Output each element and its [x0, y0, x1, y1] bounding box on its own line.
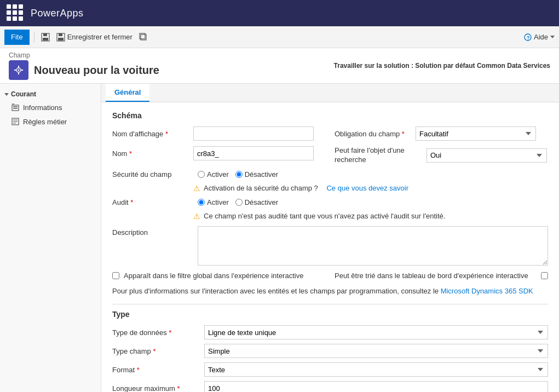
app-title: PowerApps: [31, 8, 84, 19]
sdk-info: Pour plus d'informations sur l'interacti…: [112, 286, 548, 296]
solution-bar: Champ Nouveau pour la voiture Travailler…: [0, 48, 559, 84]
svg-rect-5: [58, 38, 64, 41]
divider-1: [112, 304, 548, 304]
save-icon-btn[interactable]: [39, 32, 52, 43]
audit-warning-icon: ⚠: [193, 212, 200, 221]
filtre-label: Apparaît dans le filtre global dans l'ex…: [124, 271, 303, 281]
row-securite: Sécurité du champ Activer Désactiver: [112, 170, 548, 178]
securite-activer-option[interactable]: Activer: [198, 170, 229, 178]
content-area: Général Schéma Nom d'affichage Obligatio…: [101, 84, 559, 392]
help-icon: ?: [524, 33, 532, 41]
audit-activer-option[interactable]: Activer: [198, 198, 229, 206]
save-close-label: Enregistrer et fermer: [67, 33, 132, 41]
obligation-select[interactable]: Facultatif Obligatoire Recommandé: [416, 126, 536, 141]
nom-input[interactable]: [193, 146, 314, 160]
svg-rect-15: [21, 70, 23, 71]
audit-radio-group: Activer Désactiver: [198, 198, 278, 206]
audit-desactiver-radio[interactable]: [235, 199, 243, 206]
label-type-champ: Type champ: [112, 347, 200, 355]
audit-desactiver-option[interactable]: Désactiver: [235, 198, 278, 206]
label-obligation: Obligation du champ: [335, 130, 411, 138]
type-champ-select[interactable]: Simple Calculé Cumul: [204, 344, 548, 358]
sidebar-item-label-informations: Informations: [23, 103, 62, 112]
label-peut-faire: Peut faire l'objet d'une recherche: [335, 146, 422, 165]
audit-activer-label: Activer: [207, 198, 229, 206]
row-nom: Nom Peut faire l'objet d'une recherche O…: [112, 146, 548, 165]
info-text-pre: Pour plus d'informations sur l'interacti…: [112, 287, 439, 295]
securite-desactiver-label: Désactiver: [245, 170, 278, 178]
group-nom-affichage: Nom d'affichage: [112, 126, 326, 141]
longueur-input[interactable]: [204, 381, 548, 392]
filtre-checkbox[interactable]: [112, 272, 119, 279]
format-select[interactable]: Texte Email URL Téléphone: [204, 362, 548, 377]
row-format: Format Texte Email URL Téléphone: [112, 362, 548, 377]
info-icon: [11, 103, 20, 112]
audit-warning-text: Ce champ n'est pas audité tant que vous …: [204, 212, 445, 220]
sdk-link[interactable]: Microsoft Dynamics 365 SDK: [441, 287, 533, 295]
svg-point-11: [18, 70, 20, 71]
toolbar-separator-1: [34, 32, 34, 43]
label-description: Description: [112, 226, 189, 266]
sidebar-group-courant[interactable]: Courant: [0, 88, 101, 100]
securite-radio-group: Activer Désactiver: [198, 170, 278, 178]
svg-rect-4: [59, 33, 62, 36]
row-type-champ: Type champ Simple Calculé Cumul: [112, 344, 548, 358]
row-type-donnees: Type de données Ligne de texte unique Te…: [112, 325, 548, 339]
app-grid-icon[interactable]: [7, 4, 24, 22]
solution-info: Travailler sur la solution : Solution pa…: [334, 62, 550, 70]
group-filtre: Apparaît dans le filtre global dans l'ex…: [112, 271, 326, 281]
activation-link[interactable]: Ce que vous devez savoir: [326, 184, 408, 192]
warning-audit: ⚠ Ce champ n'est pas audité tant que vou…: [193, 212, 548, 221]
schema-title: Schéma: [112, 111, 548, 120]
tabs-bar: Général: [101, 84, 559, 102]
group-nom: Nom: [112, 146, 326, 160]
file-button[interactable]: Fite: [4, 30, 30, 45]
peut-faire-select[interactable]: Oui Non: [427, 148, 547, 163]
securite-desactiver-radio[interactable]: [235, 171, 243, 178]
type-donnees-select[interactable]: Ligne de texte unique Texte multiligne E…: [204, 325, 548, 339]
activation-text: Activation de la sécurité du champ ?: [204, 184, 318, 192]
audit-activer-radio[interactable]: [198, 199, 205, 206]
help-label: Aide: [534, 33, 548, 41]
sidebar-group-label: Courant: [11, 90, 36, 98]
trier-label: Peut être trié dans le tableau de bord d…: [335, 271, 537, 281]
sidebar-item-label-regles: Règles métier: [23, 118, 67, 126]
form-section: Schéma Nom d'affichage Obligation du cha…: [101, 102, 559, 392]
label-securite: Sécurité du champ: [112, 170, 189, 178]
group-peut-faire: Peut faire l'objet d'une recherche Oui N…: [335, 146, 548, 165]
tab-general[interactable]: Général: [106, 84, 149, 102]
svg-rect-18: [13, 106, 18, 107]
sidebar-item-regles[interactable]: Règles métier: [0, 114, 101, 129]
label-nom-affichage: Nom d'affichage: [112, 130, 189, 138]
gear-icon: [13, 65, 24, 76]
securite-activer-label: Activer: [207, 170, 229, 178]
duplicate-button[interactable]: [137, 32, 150, 43]
label-longueur: Longueur maximum: [112, 384, 200, 392]
help-chevron-icon: [550, 36, 555, 38]
nom-affichage-input[interactable]: [193, 126, 314, 141]
securite-activer-radio[interactable]: [198, 171, 205, 178]
svg-rect-12: [18, 66, 19, 67]
label-audit: Audit: [112, 198, 189, 206]
label-nom: Nom: [112, 149, 189, 158]
row-longueur: Longueur maximum: [112, 381, 548, 392]
duplicate-icon: [139, 33, 148, 42]
trier-checkbox[interactable]: [541, 272, 548, 279]
svg-rect-2: [43, 38, 48, 41]
solution-left: Champ Nouveau pour la voiture: [9, 51, 159, 80]
sidebar-item-informations[interactable]: Informations: [0, 100, 101, 114]
rules-icon: [11, 117, 20, 126]
svg-rect-13: [18, 73, 19, 74]
warning-icon: ⚠: [193, 184, 200, 193]
help-btn[interactable]: ? Aide: [524, 33, 555, 41]
save-close-icon: [56, 33, 65, 42]
entity-icon: [9, 60, 28, 80]
row-nom-affichage: Nom d'affichage Obligation du champ Facu…: [112, 126, 548, 141]
group-trier: Peut être trié dans le tableau de bord d…: [335, 271, 548, 281]
securite-desactiver-option[interactable]: Désactiver: [235, 170, 278, 178]
description-textarea[interactable]: [198, 226, 548, 266]
save-close-button[interactable]: Enregistrer et fermer: [54, 32, 135, 43]
row-description: Description: [112, 226, 548, 266]
sidebar-group-chevron-icon: [4, 93, 9, 96]
label-type-donnees: Type de données: [112, 328, 200, 337]
